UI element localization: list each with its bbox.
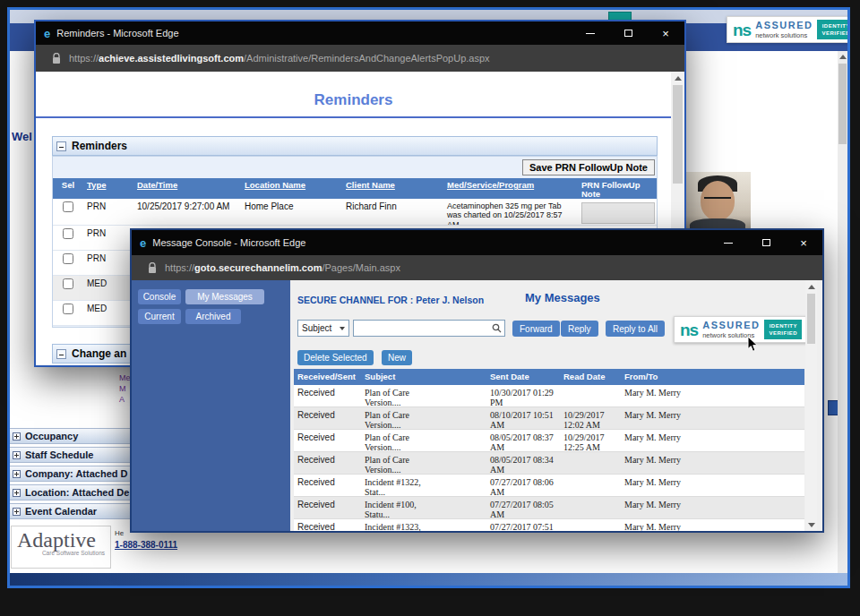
assured-seal-inline[interactable]: ns ASSURED network solutions IDENTITY VE… (674, 316, 808, 343)
message-row[interactable]: Received Incident #100, Statu... 07/27/2… (294, 497, 804, 519)
message-console-page: Console My Messages Current Archived SEC… (132, 280, 822, 531)
phone-link[interactable]: 1-888-388-0111 (115, 540, 177, 550)
divider (36, 116, 671, 118)
seal-subtitle: network solutions (755, 31, 813, 39)
seal-title: ASSURED (755, 20, 813, 31)
lock-icon (52, 53, 61, 64)
assured-seal-top[interactable]: ns ASSURED network solutions IDENTITY VE… (727, 16, 850, 43)
address-bar[interactable]: https://goto.securechannelim.com/Pages/M… (132, 255, 822, 280)
messages-scrollbar[interactable] (805, 280, 817, 531)
address-bar[interactable]: https://achieve.assistedlivingsoft.com/A… (36, 45, 684, 72)
col-header-sent-date: Sent Date (486, 369, 560, 385)
menu-fragment: Me (119, 373, 131, 382)
col-header-received-sent: Received/Sent (294, 369, 361, 385)
search-icon[interactable] (492, 323, 502, 333)
scroll-up-icon[interactable] (839, 55, 847, 59)
col-header-type[interactable]: Type (83, 178, 133, 199)
footer-gradient-bar (10, 573, 847, 586)
delete-selected-button[interactable]: Delete Selected (297, 350, 374, 365)
message-row[interactable]: Received Incident #1322, Stat... 07/27/2… (294, 475, 804, 497)
nav-current-button[interactable]: Current (138, 309, 181, 324)
col-header-subject: Subject (361, 369, 486, 385)
window-title: Reminders - Microsoft Edge (56, 28, 178, 38)
table-header-row: Sel Type Date/Time Location Name Client … (53, 178, 657, 199)
network-solutions-logo-icon: ns (680, 321, 698, 338)
profile-photo (684, 172, 751, 235)
new-button[interactable]: New (382, 350, 412, 365)
message-titlebar[interactable]: e Message Console - Microsoft Edge × (132, 230, 822, 255)
col-header-location[interactable]: Location Name (241, 178, 342, 199)
minimize-button[interactable] (710, 230, 747, 255)
save-prn-followup-button[interactable]: Save PRN FollowUp Note (522, 159, 655, 175)
network-solutions-logo-icon: ns (733, 21, 751, 38)
message-row[interactable]: Received Plan of Care Version.... 08/05/… (294, 430, 804, 452)
table-header-row: Received/Sent Subject Sent Date Read Dat… (294, 369, 804, 385)
identity-verified-badge: IDENTITY VERIFIED (764, 320, 802, 339)
col-header-sel: Sel (53, 178, 83, 199)
message-row[interactable]: Received Plan of Care Version.... 08/05/… (294, 452, 804, 475)
reminders-titlebar[interactable]: e Reminders - Microsoft Edge × (36, 21, 684, 45)
lock-icon (148, 262, 157, 274)
messages-table: Received/Sent Subject Sent Date Read Dat… (294, 369, 804, 531)
message-console-window: e Message Console - Microsoft Edge × htt… (130, 228, 824, 533)
page-title: My Messages (525, 291, 600, 304)
welcome-text: Wel (12, 130, 32, 143)
scrollbar-thumb[interactable] (807, 294, 815, 344)
prn-note-input[interactable] (581, 202, 655, 224)
forward-button[interactable]: Forward (512, 321, 560, 337)
close-button[interactable]: × (785, 230, 822, 255)
expand-icon (13, 508, 21, 516)
scrollbar-thumb[interactable] (838, 64, 847, 144)
col-header-read-date: Read Date (560, 369, 621, 385)
nav-archived-button[interactable]: Archived (185, 309, 241, 324)
col-header-prn-note: PRN FollowUp Note (578, 178, 658, 199)
col-header-med[interactable]: Med/Service/Program (443, 178, 578, 199)
row-checkbox[interactable] (63, 278, 73, 289)
chevron-down-icon (340, 327, 345, 330)
scroll-down-icon[interactable] (808, 523, 815, 527)
expand-icon (13, 451, 21, 459)
scroll-up-icon[interactable] (808, 285, 815, 289)
window-title: Message Console - Microsoft Edge (152, 237, 305, 248)
col-header-datetime[interactable]: Date/Time (133, 178, 241, 199)
expand-icon (13, 432, 21, 441)
message-row[interactable]: Received Plan of Care Version.... 10/30/… (294, 385, 804, 407)
nav-console-button[interactable]: Console (138, 289, 181, 304)
row-checkbox[interactable] (63, 304, 73, 314)
desktop: ns ASSURED network solutions IDENTITY VE… (0, 0, 860, 616)
search-box (353, 320, 505, 337)
footer-text-fragment: He (115, 529, 124, 537)
minimize-button[interactable] (572, 21, 609, 45)
menu-fragment: A (119, 395, 125, 404)
row-checkbox[interactable] (63, 228, 73, 239)
row-checkbox[interactable] (63, 253, 73, 264)
message-row[interactable]: Received Incident #1323, Stat... 07/27/2… (294, 519, 804, 531)
scroll-up-icon[interactable] (675, 76, 682, 81)
expand-icon (13, 470, 21, 478)
maximize-button[interactable] (747, 230, 785, 255)
subject-filter-select[interactable]: Subject (297, 320, 349, 337)
app-scrollbar[interactable] (838, 51, 847, 573)
row-checkbox[interactable] (63, 201, 73, 212)
table-row: PRN 10/25/2017 9:27:00 AM Home Place Ric… (53, 199, 657, 226)
reminders-section-header[interactable]: Reminders (52, 136, 658, 156)
edge-icon: e (140, 237, 146, 249)
maximize-button[interactable] (609, 21, 647, 45)
expand-icon (13, 489, 21, 497)
messages-main: SECURE CHANNEL FOR : Peter J. Nelson My … (290, 280, 822, 531)
reply-to-all-button[interactable]: Reply to All (606, 321, 665, 337)
collapse-icon[interactable] (56, 349, 66, 359)
col-header-client[interactable]: Client Name (342, 178, 443, 199)
col-header-from-to: From/To (621, 369, 804, 385)
collapse-icon[interactable] (56, 141, 66, 151)
nav-my-messages-button[interactable]: My Messages (185, 289, 264, 304)
edge-icon: e (44, 28, 50, 39)
close-button[interactable]: × (647, 21, 684, 45)
identity-verified-badge: IDENTITY VERIFIED (817, 20, 850, 39)
console-sidebar: Console My Messages Current Archived (132, 280, 290, 531)
reply-button[interactable]: Reply (561, 321, 598, 337)
search-input[interactable] (354, 321, 492, 335)
message-row[interactable]: Received Plan of Care Version.... 08/10/… (294, 407, 804, 430)
adaptive-logo: Adaptive Care Software Solutions (11, 526, 111, 569)
scrollbar-thumb[interactable] (673, 85, 683, 184)
